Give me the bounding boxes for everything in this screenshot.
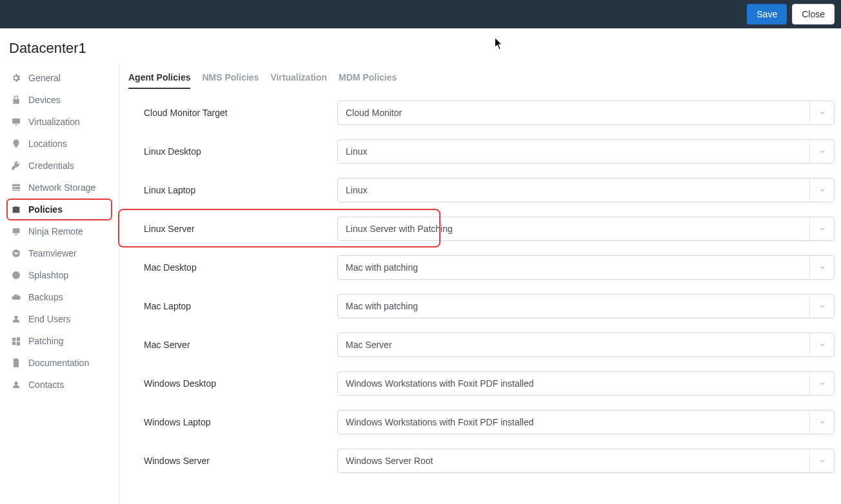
svg-point-2 <box>14 316 17 319</box>
policy-select[interactable]: Mac with patching <box>337 294 835 318</box>
policy-label: Windows Laptop <box>144 417 324 427</box>
chevron-down-icon[interactable] <box>809 140 834 163</box>
tab-mdm-policies[interactable]: MDM Policies <box>339 72 397 89</box>
lock-icon <box>10 94 22 106</box>
sidebar-item-backups[interactable]: Backups <box>6 286 112 308</box>
sidebar-item-label: End Users <box>28 314 108 324</box>
sidebar-item-ninja-remote[interactable]: Ninja Remote <box>6 220 112 242</box>
person-icon <box>10 313 22 325</box>
sidebar-item-general[interactable]: General <box>6 67 112 89</box>
storage-icon <box>10 182 22 193</box>
sidebar-item-splashtop[interactable]: Splashtop <box>6 264 112 286</box>
sidebar-item-end-users[interactable]: End Users <box>6 308 112 330</box>
chevron-down-icon[interactable] <box>809 179 834 202</box>
policy-label: Linux Server <box>144 224 324 234</box>
sidebar-item-patching[interactable]: Patching <box>6 330 112 352</box>
policy-row: Linux LaptopLinux <box>144 178 835 202</box>
top-bar: Save Close <box>0 0 841 28</box>
sidebar-item-label: Network Storage <box>28 182 108 193</box>
policy-select-value: Linux Server with Patching <box>346 224 826 234</box>
sidebar-item-label: Documentation <box>28 358 108 368</box>
monitor-icon <box>10 116 22 128</box>
sidebar-item-label: Backups <box>28 292 108 302</box>
sidebar-item-label: Teamviewer <box>28 248 108 258</box>
remote-icon <box>10 226 22 237</box>
policy-row: Linux DesktopLinux <box>144 139 835 164</box>
sidebar-item-label: Ninja Remote <box>28 226 108 237</box>
policy-row: Windows ServerWindows Server Root <box>144 449 835 473</box>
teamviewer-icon <box>10 247 22 259</box>
policy-select-value: Mac with patching <box>346 301 826 311</box>
policy-select[interactable]: Windows Workstations with Foxit PDF inst… <box>337 410 835 434</box>
sidebar-item-label: Policies <box>28 204 108 215</box>
tab-virtualization[interactable]: Virtualization <box>270 72 327 89</box>
policy-label: Mac Server <box>144 340 324 350</box>
policy-label: Linux Desktop <box>144 146 324 157</box>
sidebar-item-label: Virtualization <box>28 117 108 127</box>
sidebar: GeneralDevicesVirtualizationLocationsCre… <box>0 63 119 504</box>
chevron-down-icon[interactable] <box>809 449 834 472</box>
chevron-down-icon[interactable] <box>809 295 834 318</box>
policy-select-value: Linux <box>346 146 826 157</box>
policy-select-value: Linux <box>346 185 826 195</box>
policy-select[interactable]: Windows Server Root <box>337 449 835 473</box>
policy-select[interactable]: Mac with patching <box>337 255 835 280</box>
content-area: Agent PoliciesNMS PoliciesVirtualization… <box>119 63 841 504</box>
policy-select-value: Cloud Monitor <box>346 108 826 118</box>
sidebar-item-documentation[interactable]: Documentation <box>6 352 112 374</box>
policy-row: Windows LaptopWindows Workstations with … <box>144 410 835 434</box>
sidebar-item-policies[interactable]: Policies <box>6 199 112 220</box>
sidebar-item-credentials[interactable]: Credentials <box>6 155 112 177</box>
close-button[interactable]: Close <box>792 4 835 24</box>
chevron-down-icon[interactable] <box>809 333 834 356</box>
policy-select-value: Windows Server Root <box>346 456 826 466</box>
page-title: Datacenter1 <box>9 40 832 57</box>
policy-row: Windows DesktopWindows Workstations with… <box>144 371 835 396</box>
policy-label: Windows Desktop <box>144 378 324 389</box>
tab-nms-policies[interactable]: NMS Policies <box>202 72 259 89</box>
sidebar-item-teamviewer[interactable]: Teamviewer <box>6 242 112 264</box>
policy-select-value: Windows Workstations with Foxit PDF inst… <box>346 378 826 389</box>
policy-select[interactable]: Mac Server <box>337 333 835 357</box>
policy-select[interactable]: Linux <box>337 178 835 202</box>
chevron-down-icon[interactable] <box>809 256 834 279</box>
policy-label: Mac Laptop <box>144 301 324 311</box>
page-title-area: Datacenter1 <box>0 28 841 63</box>
save-button[interactable]: Save <box>747 4 787 24</box>
briefcase-icon <box>10 204 22 215</box>
tabs: Agent PoliciesNMS PoliciesVirtualization… <box>128 72 835 89</box>
policy-select-value: Mac with patching <box>346 262 826 273</box>
cloud-icon <box>10 291 22 303</box>
policy-label: Cloud Monitor Target <box>144 108 324 118</box>
policy-row: Mac DesktopMac with patching <box>144 255 835 280</box>
policy-row: Linux ServerLinux Server with Patching <box>144 217 835 241</box>
windows-icon <box>10 335 22 347</box>
chevron-down-icon[interactable] <box>809 217 834 240</box>
sidebar-item-locations[interactable]: Locations <box>6 133 112 155</box>
svg-point-1 <box>12 271 20 279</box>
person-icon <box>10 379 22 391</box>
sidebar-item-label: Devices <box>28 95 108 105</box>
splashtop-icon <box>10 269 22 281</box>
policy-select[interactable]: Cloud Monitor <box>337 101 835 125</box>
doc-icon <box>10 357 22 369</box>
chevron-down-icon[interactable] <box>809 101 834 124</box>
sidebar-item-virtualization[interactable]: Virtualization <box>6 111 112 133</box>
policy-select[interactable]: Linux Server with Patching <box>337 217 835 241</box>
sidebar-item-contacts[interactable]: Contacts <box>6 374 112 396</box>
policy-select[interactable]: Linux <box>337 139 835 164</box>
chevron-down-icon[interactable] <box>809 372 834 395</box>
chevron-down-icon[interactable] <box>809 411 834 434</box>
pin-icon <box>10 138 22 150</box>
sidebar-item-devices[interactable]: Devices <box>6 89 112 111</box>
sidebar-item-label: Locations <box>28 139 108 149</box>
sidebar-item-network-storage[interactable]: Network Storage <box>6 177 112 199</box>
key-icon <box>10 160 22 171</box>
policy-row: Cloud Monitor TargetCloud Monitor <box>144 101 835 125</box>
tab-agent-policies[interactable]: Agent Policies <box>128 72 190 89</box>
policy-label: Linux Laptop <box>144 185 324 195</box>
sidebar-item-label: Splashtop <box>28 270 108 280</box>
policy-label: Mac Desktop <box>144 262 324 273</box>
policy-row: Mac ServerMac Server <box>144 333 835 357</box>
policy-select[interactable]: Windows Workstations with Foxit PDF inst… <box>337 371 835 396</box>
